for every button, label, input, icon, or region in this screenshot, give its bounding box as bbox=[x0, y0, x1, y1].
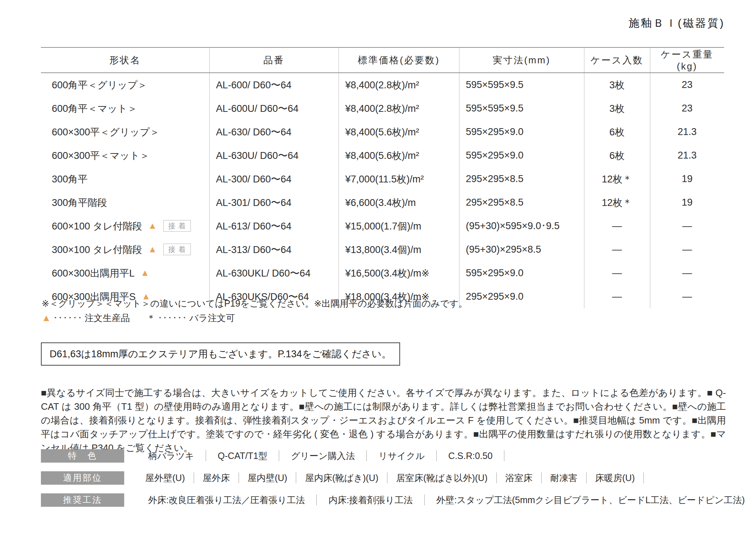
shape-cell: 300角平▲ bbox=[41, 167, 209, 191]
price-cell: ¥8,400(2.8枚)/m² bbox=[339, 73, 459, 97]
page-title: 施釉ＢＩ(磁器質) bbox=[629, 16, 725, 31]
case-weight-cell: — bbox=[650, 214, 724, 238]
shape-cell: 600×300平＜マット＞▲ bbox=[41, 144, 209, 167]
price-cell: ¥6,600(3.4枚)/m bbox=[339, 191, 459, 214]
spec-item: 外壁:スタップ工法(5mmクシ目ビブラート、ビードL工法、ビードピン工法) bbox=[425, 494, 756, 505]
size-cell: (95+30)×295×8.5 bbox=[459, 238, 584, 261]
spec-item: C.S.R:0.50 bbox=[437, 450, 504, 461]
size-cell: 595×295×9.0 bbox=[459, 144, 584, 167]
order-made-triangle-icon: ▲ bbox=[148, 244, 157, 254]
spec-item: 屋内壁(U) bbox=[239, 472, 297, 483]
order-made-triangle-icon: ▲ bbox=[140, 268, 150, 278]
case-qty-cell: — bbox=[584, 261, 650, 285]
shape-cell: 600角平＜マット＞▲ bbox=[41, 97, 209, 120]
legend-bara-label: バラ注文可 bbox=[189, 313, 235, 323]
shape-name: 600×300出隅用平L bbox=[52, 268, 135, 279]
case-qty-cell: — bbox=[584, 285, 650, 308]
column-header-price: 標準価格(必要数) bbox=[339, 47, 459, 73]
shape-name: 600×300平＜マット＞ bbox=[52, 150, 150, 161]
shape-name: 600角平＜マット＞ bbox=[52, 103, 137, 114]
product-code-cell: AL-600/ D60〜64 bbox=[209, 73, 339, 97]
table-row: 300×100 タレ付階段▲接着 AL-313/ D60〜64 ¥13,800(… bbox=[41, 238, 724, 261]
callout-box: D61,63は18mm厚のエクステリア用もございます。P.134をご確認ください… bbox=[41, 342, 400, 366]
shape-cell: 600×100 タレ付階段▲接着 bbox=[41, 214, 209, 238]
shape-cell: 300角平階段▲ bbox=[41, 191, 209, 214]
price-cell: ¥15,000(1.7個)/m bbox=[339, 214, 459, 238]
shape-cell: 300×100 タレ付階段▲接着 bbox=[41, 238, 209, 261]
spec-item: グリーン購入法 bbox=[279, 450, 367, 461]
size-cell: 595×295×9.0 bbox=[459, 120, 584, 144]
size-cell: 295×295×8.5 bbox=[459, 191, 584, 214]
product-code-cell: AL-300/ D60〜64 bbox=[209, 167, 339, 191]
application-area-row: 適用部位 屋外壁(U)屋外床屋内壁(U)屋内床(靴ばき)(U)居室床(靴ばき以外… bbox=[41, 471, 644, 485]
footnote-grip-mat: ※＜グリップ＞＜マット＞の違いについてはP19をご覧ください。※出隅用平の必要数… bbox=[42, 298, 468, 309]
case-qty-cell: 3枚 bbox=[584, 97, 650, 120]
feature-row: 特 色 柄バラツキQ-CAT/T1型グリーン購入法リサイクルC.S.R:0.50 bbox=[41, 449, 504, 463]
shape-name: 600×100 タレ付階段 bbox=[52, 221, 142, 232]
case-weight-cell: — bbox=[650, 238, 724, 261]
shape-name: 300角平階段 bbox=[52, 197, 107, 208]
spec-item: Q-CAT/T1型 bbox=[206, 450, 279, 461]
table-row: 300角平▲ AL-300/ D60〜64 ¥7,000(11.5枚)/m² 2… bbox=[41, 167, 724, 191]
case-qty-cell: 12枚＊ bbox=[584, 191, 650, 214]
legend-dots: ･･････ bbox=[158, 313, 187, 323]
column-header-size: 実寸法(mm) bbox=[459, 47, 584, 73]
size-cell: 295×295×8.5 bbox=[459, 167, 584, 191]
case-weight-cell: 19 bbox=[650, 191, 724, 214]
case-qty-cell: 6枚 bbox=[584, 120, 650, 144]
shape-name: 600角平＜グリップ＞ bbox=[52, 80, 147, 90]
case-qty-cell: 3枚 bbox=[584, 73, 650, 97]
case-weight-cell: — bbox=[650, 261, 724, 285]
table-row: 600角平＜グリップ＞▲ AL-600/ D60〜64 ¥8,400(2.8枚)… bbox=[41, 73, 724, 97]
product-code-cell: AL-313/ D60〜64 bbox=[209, 238, 339, 261]
product-code-cell: AL-301/ D60〜64 bbox=[209, 191, 339, 214]
column-header-shape: 形状名 bbox=[41, 47, 209, 73]
shape-cell: 600×300平＜グリップ＞▲ bbox=[41, 120, 209, 144]
product-spec-table: 形状名 品番 標準価格(必要数) 実寸法(mm) ケース入数 ケース重量(kg)… bbox=[41, 47, 724, 308]
size-cell: 295×295×9.0 bbox=[459, 285, 584, 308]
shape-cell: 600×300出隅用平L▲ bbox=[41, 261, 209, 285]
price-cell: ¥7,000(11.5枚)/m² bbox=[339, 167, 459, 191]
column-header-qty: ケース入数 bbox=[584, 47, 650, 73]
feature-row-badge: 特 色 bbox=[41, 449, 124, 463]
spec-item: 柄バラツキ bbox=[136, 450, 206, 461]
shape-name: 300×100 タレ付階段 bbox=[52, 244, 142, 255]
table-row: 600×100 タレ付階段▲接着 AL-613/ D60〜64 ¥15,000(… bbox=[41, 214, 724, 238]
spec-item: 屋外壁(U) bbox=[136, 472, 194, 483]
table-row: 600×300平＜マット＞▲ AL-630U/ D60〜64 ¥8,400(5.… bbox=[41, 144, 724, 167]
legend-star-icon: ＊ bbox=[147, 313, 156, 323]
table-row: 600角平＜マット＞▲ AL-600U/ D60〜64 ¥8,400(2.8枚)… bbox=[41, 97, 724, 120]
adhesive-badge: 接着 bbox=[163, 220, 191, 232]
shape-cell: 600角平＜グリップ＞▲ bbox=[41, 73, 209, 97]
product-code-cell: AL-630/ D60〜64 bbox=[209, 120, 339, 144]
price-cell: ¥8,400(5.6枚)/m² bbox=[339, 120, 459, 144]
price-cell: ¥8,400(2.8枚)/m² bbox=[339, 97, 459, 120]
usage-notes-paragraph: ■異なるサイズ同士で施工する場合は、大きいサイズをカットしてご使用ください。各サ… bbox=[41, 386, 726, 455]
shape-name: 300角平 bbox=[52, 174, 88, 185]
application-area-badge: 適用部位 bbox=[41, 471, 124, 485]
order-made-triangle-icon: ▲ bbox=[42, 312, 51, 323]
size-cell: 595×595×9.5 bbox=[459, 73, 584, 97]
price-cell: ¥16,500(3.4枚)/m※ bbox=[339, 261, 459, 285]
spec-item: 屋外床 bbox=[194, 472, 239, 483]
case-qty-cell: — bbox=[584, 238, 650, 261]
feature-items: 柄バラツキQ-CAT/T1型グリーン購入法リサイクルC.S.R:0.50 bbox=[136, 450, 504, 461]
legend-dots: ･･････ bbox=[53, 313, 83, 323]
spec-item: 居室床(靴ばき以外)(U) bbox=[387, 472, 497, 483]
shape-name: 600×300平＜グリップ＞ bbox=[52, 127, 159, 138]
size-cell: (95+30)×595×9.0･9.5 bbox=[459, 214, 584, 238]
size-cell: 595×295×9.0 bbox=[459, 261, 584, 285]
size-cell: 595×595×9.5 bbox=[459, 97, 584, 120]
recommended-method-row: 推奨工法 外床:改良圧着張り工法／圧着張り工法内床:接着剤張り工法外壁:スタップ… bbox=[41, 493, 756, 507]
table-row: 600×300出隅用平L▲ AL-630UKL/ D60〜64 ¥16,500(… bbox=[41, 261, 724, 285]
legend-line: ▲･･････注文生産品＊･･････バラ注文可 bbox=[42, 312, 235, 324]
product-code-cell: AL-600U/ D60〜64 bbox=[209, 97, 339, 120]
case-qty-cell: 6枚 bbox=[584, 144, 650, 167]
table-row: 600×300平＜グリップ＞▲ AL-630/ D60〜64 ¥8,400(5.… bbox=[41, 120, 724, 144]
table-row: 300角平階段▲ AL-301/ D60〜64 ¥6,600(3.4枚)/m 2… bbox=[41, 191, 724, 214]
price-cell: ¥13,800(3.4個)/m bbox=[339, 238, 459, 261]
price-cell: ¥8,400(5.6枚)/m² bbox=[339, 144, 459, 167]
recommended-method-badge: 推奨工法 bbox=[41, 493, 124, 507]
spec-item: 屋内床(靴ばき)(U) bbox=[296, 472, 387, 483]
adhesive-badge: 接着 bbox=[163, 244, 191, 255]
